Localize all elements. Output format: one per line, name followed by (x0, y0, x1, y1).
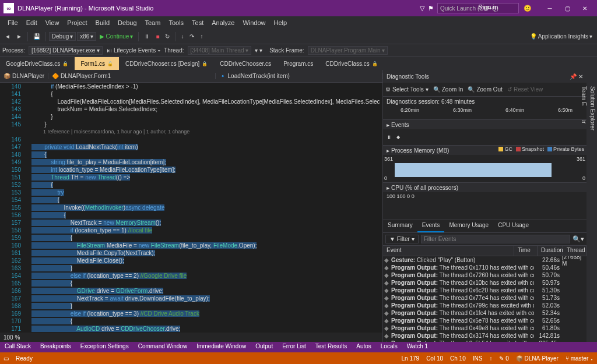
branch-name[interactable]: ⑂ master ▾ (566, 355, 594, 362)
nav-forward-button[interactable]: ► (14, 32, 24, 41)
bottom-tab-exception-settings[interactable]: Exception Settings (76, 342, 134, 352)
event-row[interactable]: ◆Program Output: The thread 0x5e78 has e… (383, 317, 587, 324)
close-button[interactable]: ✕ (576, 0, 594, 16)
event-columns: Event Time Duration Thread (383, 246, 587, 256)
event-row[interactable]: ◆Program Output: The thread 0x7260 has e… (383, 271, 587, 279)
step-out-button[interactable]: ↑ (198, 32, 205, 41)
event-list[interactable]: ◆Gesture: Clicked "Play" (Button)22.66s[… (383, 256, 587, 342)
sidebar-tab-solution-explorer[interactable]: Solution Explorer (588, 82, 597, 342)
menu-debug[interactable]: Debug (114, 19, 141, 26)
event-row[interactable]: ◆Program Output: The thread 0x799c has e… (383, 302, 587, 309)
repo-name[interactable]: 📦 DLNA-Player (516, 355, 559, 362)
nav-class[interactable]: 🔶 DLNAPlayer.Form1 (48, 73, 215, 79)
step-into-button[interactable]: ↓ (178, 32, 186, 41)
filter-events-input[interactable]: Filter Events (421, 235, 570, 243)
process-dropdown[interactable]: [16892] DLNAPlayer.exe ▾ (29, 46, 103, 55)
stack-frame-dropdown[interactable]: DLNAPlayer.Program.Main ▾ (308, 46, 388, 55)
maximize-button[interactable]: ▢ (559, 0, 576, 16)
bottom-tab-breakpoints[interactable]: Breakpoints (36, 342, 76, 352)
diag-tab-memory-usage[interactable]: Memory Usage (444, 220, 493, 232)
select-tools-button[interactable]: ⚙ Select Tools ▾ (385, 86, 429, 93)
bottom-tab-call-stack[interactable]: Call Stack (0, 342, 36, 352)
feedback-icon[interactable]: 🙂 (524, 5, 532, 12)
bottom-tab-error-list[interactable]: Error List (278, 342, 311, 352)
ruler-tick: 6:20min (401, 107, 419, 113)
zoom-level[interactable]: 100 % (0, 333, 382, 342)
tab-file[interactable]: CDDriveChooser.cs [Design] 🔒 (120, 57, 214, 70)
platform-dropdown[interactable]: x86 ▾ (77, 32, 96, 41)
menu-help[interactable]: Help (270, 19, 292, 26)
menu-team[interactable]: Team (141, 19, 165, 26)
events-section-header[interactable]: ▸ Events (383, 120, 587, 129)
tab-file[interactable]: Form1.cs 🔒 (75, 57, 120, 70)
col-event[interactable]: Event (383, 246, 514, 256)
save-button[interactable]: 💾 (31, 32, 43, 41)
diag-tab-summary[interactable]: Summary (383, 220, 417, 232)
config-dropdown[interactable]: Debug ▾ (49, 32, 76, 41)
col-duration[interactable]: Duration (538, 246, 563, 256)
diamond-icon: ◆ (384, 272, 389, 278)
continue-button[interactable]: ▶ Continue ▾ (97, 32, 135, 41)
reset-view-button[interactable]: ↺ Reset View (507, 86, 543, 93)
bottom-tab-watch-1[interactable]: Watch 1 (402, 342, 433, 352)
nav-back-button[interactable]: ◄ (2, 32, 13, 41)
thread-dropdown[interactable]: [34408] Main Thread ▾ (188, 46, 252, 55)
menu-file[interactable]: File (3, 19, 22, 26)
diag-tab-events[interactable]: Events (417, 220, 445, 232)
event-row[interactable]: ◆Program Output: The thread 0x49e8 has e… (383, 324, 587, 332)
menu-view[interactable]: View (41, 19, 64, 26)
minimize-button[interactable]: ─ (541, 0, 559, 16)
break-all-button[interactable]: ⏸ (142, 32, 152, 41)
diag-tab-cpu-usage[interactable]: CPU Usage (493, 220, 533, 232)
tab-file[interactable]: CDDriveClass.cs 🔒 (319, 57, 384, 70)
cpu-chart[interactable]: 100 100 0 0 (383, 192, 587, 220)
memory-chart[interactable]: 361 361 0 0 (383, 155, 587, 183)
notification-icon[interactable]: ▽ (420, 5, 424, 12)
sign-in-link[interactable]: Sign in (478, 3, 498, 10)
flag-icon[interactable]: ⚑ (428, 5, 434, 12)
menu-test[interactable]: Test (188, 19, 208, 26)
nav-member[interactable]: 🔹 LoadNextTrack(int item) (216, 73, 382, 79)
debug-location-toolbar: Process: [16892] DLNAPlayer.exe ▾ ⏯ Life… (0, 44, 597, 57)
event-row[interactable]: ◆Program Output: The thread 0x1fc4 has e… (383, 309, 587, 317)
menu-project[interactable]: Project (63, 19, 91, 26)
event-row[interactable]: ◆Program Output: The thread 0x77e4 has e… (383, 294, 587, 302)
tab-file[interactable]: Program.cs (278, 57, 319, 70)
event-row[interactable]: ◆Program Output: The thread 0x1710 has e… (383, 264, 587, 271)
zoom-in-button[interactable]: 🔍 Zoom In (433, 86, 463, 93)
bottom-tab-test-results[interactable]: Test Results (311, 342, 352, 352)
event-row[interactable]: ◆Program Output: The thread 0x10bc has e… (383, 279, 587, 287)
bottom-tab-immediate-window[interactable]: Immediate Window (192, 342, 251, 352)
bottom-tab-command-window[interactable]: Command Window (134, 342, 192, 352)
diag-close-icon[interactable]: ✕ (578, 73, 583, 80)
stop-button[interactable]: ■ (153, 32, 161, 41)
menu-edit[interactable]: Edit (22, 19, 41, 26)
zoom-out-button[interactable]: 🔍 Zoom Out (468, 86, 502, 93)
publish-icon[interactable]: ↑ (489, 355, 492, 362)
time-ruler[interactable]: 6:20min6:30min6:40min6:50m (383, 106, 587, 120)
nav-project[interactable]: 📦 DLNAPlayer (0, 73, 48, 79)
col-time[interactable]: Time (514, 246, 538, 256)
tab-file[interactable]: CDDriveChooser.cs (214, 57, 278, 70)
code-editor[interactable]: 140141142143144145 146147148149150151152… (0, 83, 382, 333)
event-row[interactable]: ◆Gesture: Clicked "Play" (Button)22.66s[… (383, 256, 587, 264)
restart-button[interactable]: ↻ (163, 32, 172, 41)
step-over-button[interactable]: ↷ (187, 32, 196, 41)
bottom-tab-output[interactable]: Output (251, 342, 278, 352)
app-insights-button[interactable]: 💡 Application Insights ▾ (528, 32, 595, 41)
bottom-tab-locals[interactable]: Locals (376, 342, 402, 352)
pending-changes-icon[interactable]: ✎ 0 (499, 355, 508, 362)
cpu-section-header[interactable]: ▸ CPU (% of all processors) (383, 183, 587, 192)
menu-build[interactable]: Build (92, 19, 114, 26)
diag-pin-icon[interactable]: 📌 (570, 73, 577, 80)
lifecycle-events-button[interactable]: ⏯ Lifecycle Events ▾ (106, 47, 160, 54)
tab-file[interactable]: GoogleDriveClass.cs 🔒 (0, 57, 75, 70)
menu-analyze[interactable]: Analyze (208, 19, 238, 26)
memory-section-header[interactable]: ▸ Process Memory (MB) GC Snapshot Privat… (383, 146, 587, 155)
bottom-tab-autos[interactable]: Autos (352, 342, 376, 352)
menu-window[interactable]: Window (238, 19, 269, 26)
filter-button[interactable]: ▼ Filter ▾ (385, 235, 419, 243)
event-row[interactable]: ◆Program Output: The thread 0x3174 has e… (383, 332, 587, 340)
menu-tools[interactable]: Tools (164, 19, 188, 26)
event-row[interactable]: ◆Program Output: The thread 0x6c20 has e… (383, 287, 587, 294)
